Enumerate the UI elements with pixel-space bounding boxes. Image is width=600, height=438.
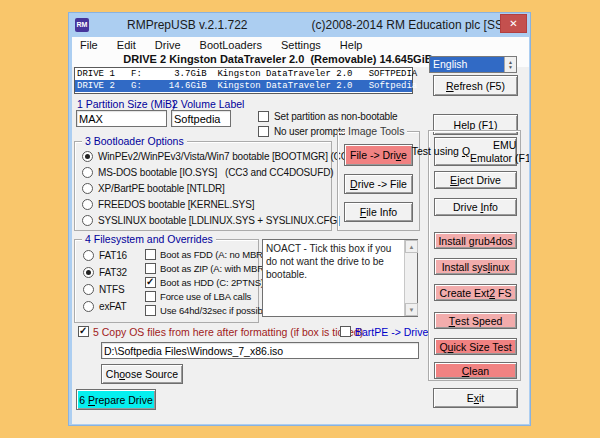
64hd-label: Use 64hd/32sec if possible	[160, 305, 270, 316]
menu-edit[interactable]: Edit	[109, 37, 144, 51]
bootloader-option-label: XP/BartPE bootable [NTLDR]	[98, 183, 225, 194]
fs-radio-fat16[interactable]	[83, 250, 94, 261]
bootloader-options-group: 3 Bootloader Options WinPEv2/WinPEv3/Vis…	[74, 141, 332, 231]
drive-info-button[interactable]: Drive Info	[434, 198, 517, 216]
fs-option-label: NTFS	[99, 284, 125, 295]
boot-zip-label: Boot as ZIP (A: with MBR)	[160, 263, 267, 274]
boot-zip-checkbox[interactable]	[145, 263, 156, 274]
quick-size-test-button[interactable]: Quick Size Test	[434, 338, 517, 355]
clean-button[interactable]: Clean	[434, 362, 517, 379]
drive-tools-group: Test using QEMU Emulator (F11) Eject Dri…	[428, 130, 521, 381]
help-scrollbar[interactable]: ▲ ▼	[404, 240, 417, 316]
install-grub4dos-button[interactable]: Install grub4dos	[434, 232, 517, 249]
lba-checkbox[interactable]	[145, 291, 156, 302]
rm-logo-icon: RM	[75, 18, 89, 32]
bootloader-radio-xp[interactable]	[82, 183, 93, 194]
filesystem-group: 4 Filesystem and Overrides FAT16 FAT32 N…	[74, 239, 259, 323]
menu-settings[interactable]: Settings	[273, 37, 329, 51]
no-prompts-checkbox[interactable]	[258, 126, 269, 137]
desktop-background: { "window": { "icon_text": "RM", "title"…	[0, 0, 600, 438]
menubar: File Edit Drive BootLoaders Settings Hel…	[72, 37, 529, 54]
drive-list-row[interactable]: DRIVE 1 F: 3.7GiB Kingston DataTraveler …	[75, 68, 412, 80]
bootloader-option-label: FREEDOS bootable [KERNEL.SYS]	[98, 199, 254, 210]
scroll-down-icon[interactable]: ▼	[405, 303, 418, 316]
bootloader-options-title: 3 Bootloader Options	[82, 135, 187, 147]
drive-list-row-selected[interactable]: DRIVE 2 G: 14.6GiB Kingston DataTraveler…	[75, 80, 412, 92]
volume-label-input[interactable]	[171, 110, 231, 127]
bootloader-radio-winpe[interactable]	[82, 151, 93, 162]
partition-size-label: 1 Partition Size (MiB)	[77, 98, 176, 110]
copy-os-files-checkbox[interactable]	[78, 326, 89, 337]
image-tools-group: Image Tools File -> Drive Drive -> File …	[337, 131, 420, 231]
fs-radio-ntfs[interactable]	[83, 284, 94, 295]
no-prompts-label: No user prompts	[274, 126, 346, 137]
boot-hdd-label: Boot as HDD (C: 2PTNS)	[160, 277, 264, 288]
bootloader-option-label: MS-DOS bootable [IO.SYS] (CC3 and CC4DOS…	[98, 167, 333, 178]
eject-drive-button[interactable]: Eject Drive	[434, 171, 517, 189]
window-copyright: (c)2008-2014 RM Education plc [SSi]	[312, 18, 509, 32]
fs-option-label: exFAT	[99, 301, 126, 312]
menu-file[interactable]: File	[72, 37, 106, 51]
bootloader-radio-syslinux[interactable]	[82, 215, 93, 226]
refresh-button[interactable]: Refresh (F5)	[433, 75, 518, 96]
menu-help[interactable]: Help	[332, 37, 371, 51]
fs-radio-fat32[interactable]	[83, 267, 94, 278]
non-bootable-checkbox[interactable]	[258, 111, 269, 122]
fs-option-label: FAT16	[99, 250, 127, 261]
spin-down-icon: ▼	[508, 65, 513, 70]
window-title: RMPrepUSB v.2.1.722	[127, 18, 248, 32]
language-selected-value: English	[430, 57, 504, 72]
64hd-checkbox[interactable]	[145, 305, 156, 316]
app-window: RM RMPrepUSB v.2.1.722 (c)2008-2014 RM E…	[68, 12, 531, 426]
client-area: File Edit Drive BootLoaders Settings Hel…	[72, 37, 529, 424]
filesystem-title: 4 Filesystem and Overrides	[82, 233, 216, 245]
file-to-drive-button[interactable]: File -> Drive	[344, 144, 413, 166]
boot-fdd-checkbox[interactable]	[145, 249, 156, 260]
exit-button[interactable]: Exit	[433, 388, 518, 408]
choose-source-button[interactable]: Choose Source	[101, 364, 183, 384]
language-spinner[interactable]: ▲▼	[504, 57, 516, 72]
help-text-box: NOACT - Tick this box if you do not want…	[262, 239, 418, 317]
language-select[interactable]: English ▲▼	[429, 56, 517, 73]
boot-hdd-checkbox[interactable]	[145, 277, 156, 288]
bartpe-label: BartPE -> Drive	[355, 326, 428, 338]
drive-list: DRIVE 1 F: 3.7GiB Kingston DataTraveler …	[74, 67, 413, 94]
bootloader-radio-msdos[interactable]	[82, 167, 93, 178]
boot-fdd-label: Boot as FDD (A: no MBR)	[160, 249, 266, 260]
install-syslinux-button[interactable]: Install syslinux	[434, 258, 517, 275]
scroll-up-icon[interactable]: ▲	[405, 240, 418, 253]
lba-label: Force use of LBA calls	[160, 291, 251, 302]
fs-option-label: FAT32	[99, 267, 127, 278]
close-icon: ✕	[509, 18, 517, 29]
help-text: NOACT - Tick this box if you do not want…	[266, 242, 401, 281]
bootloader-radio-freedos[interactable]	[82, 199, 93, 210]
menu-drive[interactable]: Drive	[147, 37, 189, 51]
bootloader-option-label: WinPEv2/WinPEv3/Vista/Win7 bootable [BOO…	[98, 151, 356, 162]
qemu-test-button[interactable]: Test using QEMU Emulator (F11)	[434, 137, 517, 166]
partition-size-input[interactable]	[76, 110, 167, 127]
source-path-input[interactable]	[101, 342, 419, 359]
rm-logo-text: RM	[77, 21, 88, 28]
bootloader-option-label: SYSLINUX bootable [LDLINUX.SYS + SYSLINU…	[98, 215, 340, 226]
image-tools-title: Image Tools	[345, 125, 407, 137]
titlebar[interactable]: RM RMPrepUSB v.2.1.722 (c)2008-2014 RM E…	[69, 13, 530, 36]
file-info-button[interactable]: File Info	[344, 202, 413, 222]
selected-drive-header: DRIVE 2 Kingston DataTraveler 2.0 (Remov…	[72, 53, 484, 65]
test-speed-button[interactable]: Test Speed	[434, 312, 517, 329]
copy-os-files-label: 5 Copy OS files from here after formatti…	[93, 326, 363, 338]
drive-to-file-button[interactable]: Drive -> File	[344, 174, 413, 194]
non-bootable-label: Set partition as non-bootable	[274, 111, 398, 122]
create-ext2-button[interactable]: Create Ext2 FS	[434, 284, 517, 301]
fs-radio-exfat[interactable]	[83, 301, 94, 312]
bartpe-checkbox[interactable]	[340, 326, 351, 337]
prepare-drive-button[interactable]: 6 Prepare Drive	[76, 389, 156, 410]
volume-label-label: 2 Volume Label	[172, 98, 244, 110]
menu-bootloaders[interactable]: BootLoaders	[192, 37, 270, 51]
close-button[interactable]: ✕	[500, 14, 527, 33]
